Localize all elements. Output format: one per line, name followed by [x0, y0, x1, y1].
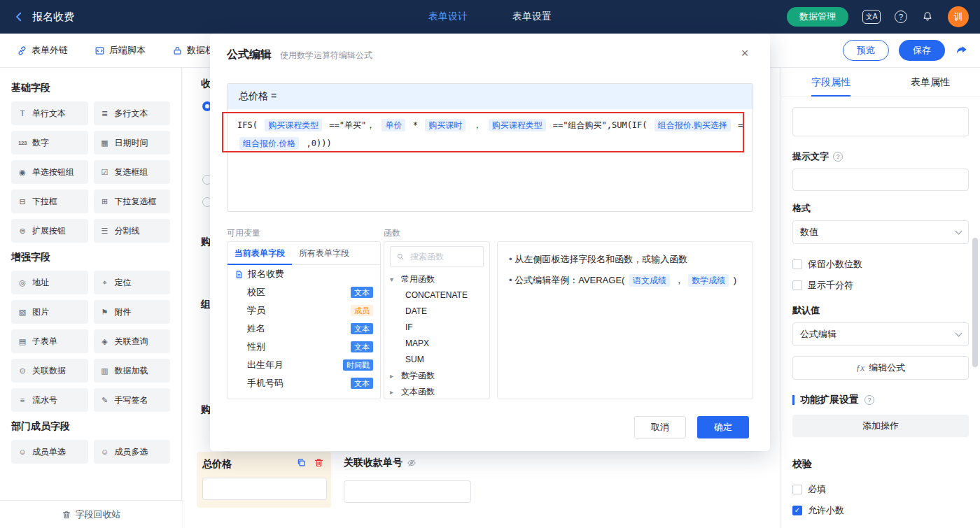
palette-item-成员多选[interactable]: ☺成员多选 — [94, 440, 171, 464]
palette-item-图片[interactable]: ▧图片 — [11, 300, 88, 324]
variable-field-性别[interactable]: 性别文本 — [227, 338, 380, 356]
tab-form-design[interactable]: 表单设计 — [428, 10, 468, 23]
checkbox[interactable] — [792, 259, 802, 269]
topbar-tabs: 表单设计 表单设置 — [428, 0, 552, 34]
palette-item-复选框组[interactable]: ☑复选框组 — [94, 160, 171, 184]
variable-field-出生年月[interactable]: 出生年月时间戳 — [227, 356, 380, 374]
total-price-field-card[interactable]: 总价格 — [197, 452, 331, 508]
help-spacer — [497, 227, 753, 240]
variable-field-学员[interactable]: 学员成员 — [227, 301, 380, 320]
function-search-input[interactable] — [409, 251, 477, 262]
form-external-link-button[interactable]: 表单外链 — [17, 44, 68, 57]
palette-item-下拉复选框[interactable]: ⊞下拉复选框 — [94, 190, 171, 213]
total-price-input[interactable] — [202, 478, 327, 500]
back-icon[interactable] — [13, 10, 25, 23]
palette-item-数据加载[interactable]: ▥数据加载 — [94, 359, 171, 383]
variable-field-姓名[interactable]: 姓名文本 — [227, 320, 380, 338]
close-icon[interactable]: × — [736, 45, 753, 62]
toolbar-right: 预览 保存 — [843, 40, 969, 61]
function-group-常用函数[interactable]: ▾常用函数 — [384, 271, 489, 287]
function-item-MAPX[interactable]: MAPX — [384, 336, 489, 352]
function-group-数学函数[interactable]: ▸数学函数 — [384, 368, 489, 384]
function-item-IF[interactable]: IF — [384, 320, 489, 336]
palette-item-地址[interactable]: ◎地址 — [11, 271, 88, 294]
field-title-input[interactable] — [792, 107, 969, 136]
tab-field-properties[interactable]: 字段属性 — [781, 68, 881, 97]
function-search[interactable] — [390, 246, 484, 267]
function-group-label: 常用函数 — [401, 273, 435, 285]
format-option-保留小数位数[interactable]: 保留小数位数 — [792, 254, 969, 275]
variable-field-校区[interactable]: 校区文本 — [227, 283, 380, 301]
palette-item-单行文本[interactable]: T单行文本 — [11, 101, 88, 125]
palette-item-日期时间[interactable]: ▦日期时间 — [94, 131, 171, 155]
field-palette: 基础字段T单行文本≣多行文本123数字▦日期时间◉单选按钮组☑复选框组⊟下拉框⊞… — [0, 68, 182, 528]
checkbox[interactable] — [792, 485, 802, 494]
confirm-button[interactable]: 确定 — [697, 416, 749, 438]
formula-text: * — [407, 120, 423, 130]
backend-script-button[interactable]: 后端脚本 — [94, 44, 146, 57]
palette-item-label: 多行文本 — [115, 108, 148, 120]
preview-button[interactable]: 预览 — [843, 40, 889, 61]
functions-column: 函数 ▾常用函数CONCATENATEDATEIFMAPXSUM▸数学函数▸文本… — [384, 227, 490, 399]
palette-item-子表单[interactable]: ▤子表单 — [11, 329, 88, 353]
palette-item-分割线[interactable]: ☰分割线 — [94, 219, 171, 243]
palette-item-关联查询[interactable]: ◈关联查询 — [94, 329, 171, 353]
help-example: 公式编辑举例：AVERAGE( 语文成绩 ， 数学成绩 ) — [509, 273, 741, 288]
function-item-SUM[interactable]: SUM — [384, 352, 489, 368]
save-button[interactable]: 保存 — [899, 40, 945, 61]
function-group-文本函数[interactable]: ▸文本函数 — [384, 384, 489, 399]
palette-item-关联数据[interactable]: ⊙关联数据 — [11, 359, 88, 383]
validation-option-允许小数[interactable]: ✓允许小数 — [792, 500, 969, 521]
scrollbar-thumb[interactable] — [972, 238, 978, 367]
function-item-DATE[interactable]: DATE — [384, 304, 489, 320]
tab-current-form-fields[interactable]: 当前表单字段 — [227, 242, 292, 265]
data-manage-button[interactable]: 数据管理 — [787, 7, 848, 27]
palette-item-成员单选[interactable]: ☺成员单选 — [11, 440, 88, 464]
palette-item-label: 分割线 — [115, 225, 140, 237]
palette-item-附件[interactable]: ⚑附件 — [94, 300, 171, 324]
question-icon[interactable]: ? — [833, 152, 843, 162]
palette-item-多行文本[interactable]: ≣多行文本 — [94, 101, 171, 125]
variable-field-手机号码[interactable]: 手机号码文本 — [227, 374, 380, 392]
translate-icon[interactable]: 文A — [862, 10, 881, 24]
tab-form-properties[interactable]: 表单属性 — [881, 68, 980, 97]
format-select[interactable]: 数值 — [792, 220, 969, 244]
hint-text-input[interactable] — [792, 169, 969, 191]
validation-option-必填[interactable]: 必填 — [792, 479, 969, 500]
bell-icon[interactable] — [921, 10, 934, 23]
palette-item-数字[interactable]: 123数字 — [11, 131, 88, 155]
palette-section-title: 增强字段 — [11, 251, 170, 264]
palette-item-下拉框[interactable]: ⊟下拉框 — [11, 190, 88, 213]
field-type-badge: 文本 — [351, 341, 373, 352]
tab-form-settings[interactable]: 表单设置 — [512, 10, 552, 23]
palette-item-定位[interactable]: ⌖定位 — [94, 271, 171, 294]
palette-item-流水号[interactable]: ≡流水号 — [11, 388, 88, 412]
edit-formula-button[interactable]: ƒx 编辑公式 — [792, 356, 969, 380]
formula-content[interactable]: IFS( 购买课程类型 =="单买"， 单价 * 购买课时 ， 购买课程类型 =… — [227, 109, 752, 211]
dropdown-icon: ⊟ — [17, 197, 28, 206]
delete-icon[interactable] — [314, 457, 324, 468]
copy-icon[interactable] — [296, 457, 307, 468]
chevron-right-icon: ▸ — [390, 388, 397, 396]
help-icon[interactable]: ? — [895, 10, 907, 23]
checkbox[interactable] — [792, 280, 802, 290]
tab-all-form-fields[interactable]: 所有表单字段 — [292, 242, 356, 264]
field-recycle-bin[interactable]: 字段回收站 — [0, 500, 182, 528]
palette-item-手写签名[interactable]: ✎手写签名 — [94, 388, 171, 412]
question-icon[interactable]: ? — [864, 395, 874, 405]
lock-icon — [172, 45, 183, 56]
avatar[interactable]: 训 — [948, 6, 969, 27]
palette-item-label: 成员多选 — [115, 446, 148, 458]
checkbox[interactable]: ✓ — [792, 506, 802, 515]
palette-item-单选按钮组[interactable]: ◉单选按钮组 — [11, 160, 88, 184]
add-action-button[interactable]: 添加操作 — [792, 415, 969, 437]
function-item-CONCATENATE[interactable]: CONCATENATE — [384, 287, 489, 304]
default-value-select[interactable]: 公式编辑 — [792, 322, 969, 346]
format-option-显示千分符[interactable]: 显示千分符 — [792, 275, 969, 296]
variables-root[interactable]: 报名收费 — [227, 265, 380, 283]
palette-item-扩展按钮[interactable]: ⊜扩展按钮 — [11, 219, 88, 243]
canvas-field-label: 购 — [201, 236, 211, 248]
related-receipt-no-input[interactable] — [344, 480, 471, 503]
cancel-button[interactable]: 取消 — [634, 416, 686, 438]
share-icon[interactable] — [955, 43, 969, 57]
